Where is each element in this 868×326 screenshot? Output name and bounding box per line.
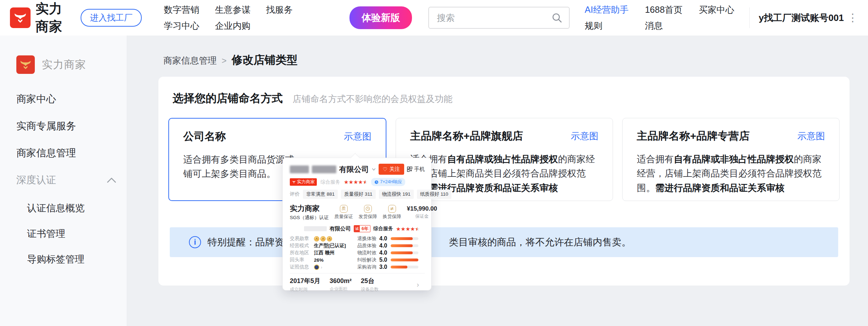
breadcrumb-separator: > xyxy=(222,56,227,66)
guarantee-icons: 质 质量保证 发货保障 xyxy=(335,205,401,220)
card-description: 适合拥有自有品牌或独占性品牌授权的商家经营，店铺上架商品类目必须符合品牌授权范围… xyxy=(410,152,598,195)
nav-rules[interactable]: 规则 xyxy=(585,20,629,32)
bull-icon xyxy=(13,11,27,25)
company-name-suffix: 有限公司 xyxy=(339,164,369,174)
chevron-right-icon[interactable]: › xyxy=(321,265,322,270)
star-rating: ★★★★★ ★★★★★ xyxy=(344,179,368,185)
medal-icon: A xyxy=(314,236,319,241)
card-description: 适合拥有自有品牌或非独占性品牌授权的商家经营，店铺上架商品类目必须符合品牌授权范… xyxy=(637,152,825,195)
rating-bar xyxy=(391,259,418,261)
brand-logo[interactable] xyxy=(10,7,31,28)
merchant-badge: 实力商家 xyxy=(290,178,317,186)
account-name[interactable]: y找工厂测试账号001 xyxy=(759,12,844,24)
notice-text-right: 类目审核的商品，将不允许在店铺内售卖。 xyxy=(449,236,631,249)
experience-ratings: 退换体验 4.0 品质体验 4.0 物流时效 4.0 纠纷解决 5.0 xyxy=(357,236,425,270)
rating-bar xyxy=(391,244,418,247)
secondary-nav: AI经营助手 规则 1688首页 消息 买家中心 xyxy=(585,4,734,32)
nav-business-advisor[interactable]: 生意参谋 xyxy=(215,4,250,16)
review-label: 评价 xyxy=(290,191,300,197)
company-type: 有限公司 xyxy=(330,226,351,232)
primary-nav: 数字营销 学习中心 生意参谋 企业内购 找服务 xyxy=(164,4,293,32)
info-icon: i xyxy=(189,236,201,248)
nav-messages[interactable]: 消息 xyxy=(645,20,683,32)
phone-link[interactable]: 手机 xyxy=(407,166,425,173)
repeat-rate-value: 26% xyxy=(314,257,324,263)
nav-learning-center[interactable]: 学习中心 xyxy=(164,20,199,32)
rating-bar xyxy=(391,237,418,240)
redacted-company-name xyxy=(290,165,309,173)
breadcrumb-parent[interactable]: 商家信息管理 xyxy=(163,55,217,66)
chevron-up-icon xyxy=(107,177,116,183)
company-footer-stats: 2017年5月 成立时间 3600m² 企业面积 25台 设备总数 › xyxy=(290,277,425,293)
review-tag[interactable]: 物流很快 191 xyxy=(379,190,414,199)
review-tag[interactable]: 纸质很好 110 xyxy=(417,190,451,199)
star-rating: ★★★★★ ★★★★★ xyxy=(396,226,420,232)
card-example-link[interactable]: 示意图 xyxy=(344,130,371,143)
deposit-label: 保证金 xyxy=(407,213,437,219)
sidebar-sub-guide-label-mgmt[interactable]: 导购标签管理 xyxy=(27,253,127,266)
card-title: 主品牌名称+品牌专营店 xyxy=(637,129,750,143)
sidebar-brand-title: 实力商家 xyxy=(42,58,86,72)
service-label-2: 综合服务 xyxy=(373,226,393,232)
sidebar-section-deep-certification[interactable]: 深度认证 xyxy=(16,173,127,187)
equipment-label: 设备总数 xyxy=(361,287,379,293)
review-tag[interactable]: 非常满意 881 xyxy=(303,190,338,199)
card-example-link[interactable]: 示意图 xyxy=(797,130,825,142)
top-header: 实力商家 进入找工厂 数字营销 学习中心 生意参谋 企业内购 找服务 体验新版 xyxy=(0,0,868,36)
deposit-amount: ¥15,990.00 xyxy=(407,205,437,212)
section-title: 选择您的店铺命名方式 xyxy=(173,91,283,106)
license-emblem-icon xyxy=(314,265,319,270)
rating-value: 4.0 xyxy=(379,243,391,249)
rating-value: 4.0 xyxy=(379,250,391,256)
nav-1688-home[interactable]: 1688首页 xyxy=(645,4,683,16)
sidebar-brand: 实力商家 xyxy=(16,55,127,74)
store-preview-popup: 有限公司 ♡ 关注 手机 xyxy=(282,158,432,290)
founded-label: 成立时间 xyxy=(290,287,320,293)
rating-value: 5.0 xyxy=(379,257,391,263)
qr-code-icon xyxy=(407,167,412,172)
chevron-down-icon[interactable] xyxy=(372,168,376,171)
sidebar: 实力商家 商家中心 实商专属服务 商家信息管理 深度认证 认证信息概览 证书管理… xyxy=(0,36,127,326)
search-icon[interactable] xyxy=(551,12,563,23)
notice-bar: i 特别提醒：品牌资质及 类目审核的商品，将不允许在店铺内售卖。 xyxy=(170,227,838,257)
sgs-cert-label: SGS（通标）认证 xyxy=(290,214,329,221)
nav-find-services[interactable]: 找服务 xyxy=(266,4,293,16)
nav-enterprise-purchase[interactable]: 企业内购 xyxy=(215,20,250,32)
response-badge: 7×24H响应 xyxy=(371,178,405,186)
area-value: 3600m² xyxy=(330,277,352,285)
nav-ai-assistant[interactable]: AI经营助手 xyxy=(585,4,629,16)
follow-button[interactable]: ♡ 关注 xyxy=(379,164,404,175)
rating-bar xyxy=(391,251,418,254)
chevron-right-icon[interactable]: › xyxy=(417,281,419,289)
enter-factory-button[interactable]: 进入找工厂 xyxy=(81,9,142,27)
kebab-menu-icon[interactable]: ⋮ xyxy=(847,12,858,23)
nav-buyer-center[interactable]: 买家中心 xyxy=(699,4,734,16)
rating-value: 4.0 xyxy=(379,235,391,242)
sidebar-item-merchant-info[interactable]: 商家信息管理 xyxy=(16,146,127,160)
brand-certification: 实力商家 SGS（通标）认证 xyxy=(290,203,329,221)
heart-icon: ♡ xyxy=(383,166,387,173)
sidebar-item-exclusive-services[interactable]: 实商专属服务 xyxy=(16,119,127,133)
membership-years-badge: 诚 6年 xyxy=(354,225,370,232)
page-title: 修改店铺类型 xyxy=(232,53,298,67)
card-example-link[interactable]: 示意图 xyxy=(571,130,598,142)
search-box[interactable] xyxy=(428,7,570,29)
header-divider xyxy=(749,7,750,28)
sidebar-sub-cert-overview[interactable]: 认证信息概览 xyxy=(27,202,127,214)
bull-mini-icon xyxy=(292,180,296,184)
search-input[interactable] xyxy=(437,13,551,23)
try-new-version-button[interactable]: 体验新版 xyxy=(349,6,412,29)
sidebar-item-merchant-center[interactable]: 商家中心 xyxy=(16,92,127,106)
card-brand-franchise[interactable]: 主品牌名称+品牌专营店 示意图 适合拥有自有品牌或非独占性品牌授权的商家经营，店… xyxy=(622,118,840,201)
card-title: 主品牌名称+品牌旗舰店 xyxy=(410,129,523,143)
sidebar-sub-certificate-mgmt[interactable]: 证书管理 xyxy=(27,227,127,240)
review-tag[interactable]: 质量很好 311 xyxy=(341,190,375,199)
business-mode-value: 生产型[已认证] xyxy=(314,243,346,249)
store-attributes: 交易勋章 A A A 经营模式 生产型[已认证] 所在地区 江西 赣州 回头率 … xyxy=(290,236,357,270)
popup-divider xyxy=(290,273,425,273)
service-label: 综合服务 xyxy=(320,179,340,185)
sidebar-logo xyxy=(16,55,35,74)
medal-icon: A xyxy=(327,236,332,241)
bull-gold-icon xyxy=(19,58,32,71)
nav-digital-marketing[interactable]: 数字营销 xyxy=(164,4,199,16)
